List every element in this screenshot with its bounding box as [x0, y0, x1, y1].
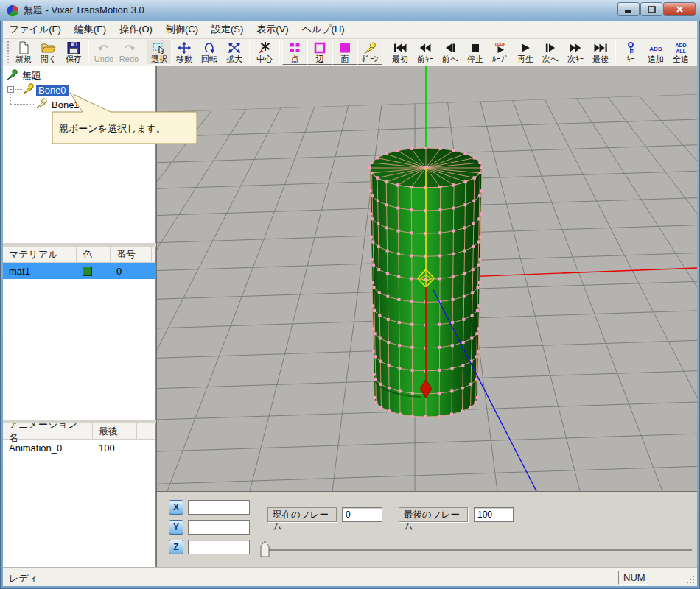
column-header[interactable]: アニメーション名 — [3, 423, 93, 439]
toolbar-button-label: 拡大 — [226, 54, 242, 63]
menu-item-1[interactable]: ファイル(F) — [3, 21, 68, 38]
x-value-input[interactable] — [188, 500, 250, 515]
toolbar-button-select[interactable]: 選択 — [147, 40, 172, 65]
bone-yellow-icon — [22, 82, 36, 97]
toolbar-button-add-all[interactable]: ADDALL全追 — [668, 40, 693, 65]
undo-icon — [96, 41, 112, 54]
next-key-icon — [567, 41, 584, 54]
current-frame-input[interactable] — [342, 507, 382, 522]
3d-viewport[interactable] — [156, 66, 697, 491]
menu-item-7[interactable]: ヘルプ(H) — [295, 21, 351, 38]
toolbar-button-move[interactable]: 移動 — [172, 40, 197, 65]
toolbar-separator — [385, 40, 385, 64]
toolbar-button-label: 追加 — [648, 54, 664, 63]
last-frame-input[interactable] — [474, 507, 514, 522]
toolbar-button-label: 前へ — [442, 54, 458, 63]
toolbar-button-label: ﾙｰﾌﾟ — [492, 54, 508, 63]
material-panel: マテリアル色番号 mat10 — [3, 247, 156, 420]
x-axis-button[interactable]: X — [169, 500, 183, 515]
y-value-input[interactable] — [188, 520, 250, 535]
prev-frame-icon — [442, 41, 458, 54]
tree-item-bone1[interactable]: Bone1 — [35, 98, 82, 111]
toolbar-button-label: 移動 — [176, 54, 192, 63]
toolbar-button-face[interactable]: 面 — [332, 40, 357, 65]
toolbar-button-scale[interactable]: 拡大 — [222, 40, 247, 65]
toolbar-button-vertex[interactable]: 点 — [282, 40, 307, 65]
tree-expander[interactable]: - — [7, 86, 14, 93]
titlebar[interactable]: 無題 - Vixar TransMotion 3.0 — [0, 0, 700, 21]
toolbar-button-undo[interactable]: Undo — [91, 40, 116, 65]
menu-item-2[interactable]: 編集(E) — [68, 21, 113, 38]
menu-item-5[interactable]: 設定(S) — [205, 21, 250, 38]
open-folder-icon — [41, 41, 57, 54]
z-value-input[interactable] — [188, 540, 250, 554]
y-axis-button[interactable]: Y — [169, 520, 183, 535]
tree-item-label-selected[interactable]: Bone0 — [36, 85, 69, 96]
toolbar-button-next-frame[interactable]: 次へ — [538, 40, 563, 65]
toolbar-button-bone[interactable]: ﾎﾞｰﾝ — [357, 40, 382, 65]
maximize-icon — [648, 6, 656, 13]
add-icon: ADD — [648, 41, 664, 54]
toolbar-button-label: 前ｷｰ — [417, 54, 433, 63]
prev-key-icon — [417, 41, 433, 54]
animation-panel: アニメーション名最後 Animation_0100 — [3, 423, 156, 568]
toolbar-button-prev-key[interactable]: 前ｷｰ — [413, 40, 438, 65]
material-table-header: マテリアル色番号 — [3, 247, 155, 263]
toolbar-button-save[interactable]: 保存 — [61, 40, 86, 65]
toolbar-button-last-frame[interactable]: 最後 — [588, 40, 613, 65]
menu-item-4[interactable]: 制御(C) — [159, 21, 205, 38]
toolbar-button-center[interactable]: 中心 — [252, 40, 277, 65]
toolbar-button-add[interactable]: ADD追加 — [643, 40, 668, 65]
column-header[interactable]: 色 — [77, 247, 111, 262]
toolbar-button-label: 次ｷｰ — [567, 54, 584, 63]
tree-connector — [10, 94, 11, 104]
menubar: ファイル(F)編集(E)操作(O)制御(C)設定(S)表示(V)ヘルプ(H) — [3, 21, 697, 39]
menu-item-3[interactable]: 操作(O) — [113, 21, 159, 38]
minimize-button[interactable] — [617, 2, 640, 16]
play-icon — [517, 41, 533, 54]
toolbar-separator — [615, 40, 616, 64]
material-color-cell — [77, 263, 111, 279]
toolbar-button-loop[interactable]: LOOPﾙｰﾌﾟ — [488, 40, 513, 65]
app-icon — [7, 4, 19, 17]
toolbar-button-new[interactable]: 新規 — [11, 40, 36, 65]
svg-text:ADD: ADD — [649, 46, 662, 52]
z-axis-button[interactable]: Z — [169, 540, 183, 554]
toolbar-button-next-key[interactable]: 次ｷｰ — [563, 40, 588, 65]
resize-grip[interactable] — [685, 574, 696, 585]
frame-slider-thumb[interactable] — [260, 540, 270, 557]
tree-item-root[interactable]: 無題 — [6, 69, 43, 82]
toolbar-button-redo[interactable]: Redo — [116, 40, 141, 65]
column-header[interactable]: 最後 — [93, 423, 137, 439]
toolbar-button-open[interactable]: 開く — [36, 40, 61, 65]
edge-icon — [312, 41, 328, 54]
toolbar-separator — [88, 40, 89, 64]
main-area: 無題 - Bone0 Bone1 マテリアル色番号 mat10 — [3, 66, 697, 568]
close-button[interactable] — [663, 2, 696, 16]
animation-row[interactable]: Animation_0100 — [3, 440, 155, 456]
menu-item-6[interactable]: 表示(V) — [250, 21, 295, 38]
animation-last-frame: 100 — [93, 440, 137, 456]
window-title: 無題 - Vixar TransMotion 3.0 — [24, 4, 144, 17]
key-icon — [623, 41, 639, 54]
tree-item-label[interactable]: 無題 — [20, 69, 43, 82]
toolbar-button-key[interactable]: ｷｰ — [618, 40, 643, 65]
toolbar-button-play[interactable]: 再生 — [513, 40, 538, 65]
viewport-canvas[interactable] — [157, 66, 697, 491]
column-header[interactable]: 番号 — [111, 247, 152, 262]
toolbar-button-prev-frame[interactable]: 前へ — [438, 40, 463, 65]
frame-slider-track[interactable] — [265, 549, 692, 551]
face-icon — [337, 41, 353, 54]
material-row[interactable]: mat10 — [3, 263, 155, 279]
maximize-button[interactable] — [640, 2, 662, 16]
svg-text:ALL: ALL — [676, 49, 686, 54]
toolbar-button-rotate[interactable]: 回転 — [197, 40, 222, 65]
toolbar-button-first-frame[interactable]: 最初 — [388, 40, 413, 65]
column-header[interactable]: マテリアル — [3, 247, 77, 262]
toolbar-button-edge[interactable]: 辺 — [307, 40, 332, 65]
tree-item-bone0[interactable]: Bone0 — [22, 83, 69, 96]
tree-item-label[interactable]: Bone1 — [49, 99, 82, 110]
toolbar-button-label: ﾎﾞｰﾝ — [362, 54, 378, 63]
toolbar-button-stop[interactable]: 停止 — [463, 40, 488, 65]
next-frame-icon — [542, 41, 559, 54]
